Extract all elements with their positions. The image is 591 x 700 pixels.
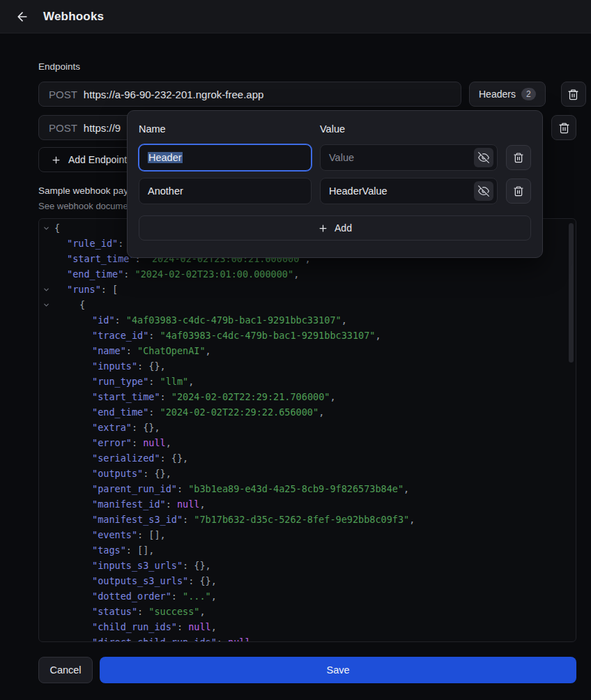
delete-header-button[interactable] <box>506 178 531 204</box>
gutter-spacer <box>40 512 54 527</box>
gutter-spacer <box>40 266 54 282</box>
page-title: Webhooks <box>43 10 104 24</box>
add-header-label: Add <box>335 222 352 234</box>
webhooks-page: Webhooks Endpoints POST https://a-96-90-… <box>0 0 591 700</box>
trash-icon <box>558 122 570 134</box>
delete-header-button[interactable] <box>506 145 531 170</box>
trash-icon <box>513 185 524 197</box>
code-line: "outputs_s3_urls": {}, <box>40 573 576 588</box>
code-line: "end_time": "2024-02-02T22:29:22.656000"… <box>40 404 576 420</box>
arrow-left-icon <box>15 10 29 24</box>
header-value-input[interactable]: HeaderValue <box>320 178 498 204</box>
code-lines: {"rule_id":"start_time": "2024-02-02T23:… <box>40 220 576 642</box>
headers-popup: Name Value Header Value <box>127 110 543 258</box>
trash-icon <box>567 89 579 100</box>
gutter-spacer <box>40 358 54 374</box>
http-method-label: POST <box>49 89 77 100</box>
gutter-spacer <box>40 604 54 619</box>
code-line: "status": "success", <box>40 604 576 619</box>
gutter-spacer <box>40 588 54 604</box>
gutter-spacer <box>40 634 54 642</box>
code-line: "start_time": "2024-02-02T22:29:21.70600… <box>40 389 576 404</box>
add-header-button[interactable]: Add <box>139 215 531 241</box>
header-name-input[interactable]: Another <box>139 178 312 204</box>
gutter-spacer <box>40 466 54 481</box>
cancel-button[interactable]: Cancel <box>38 657 93 683</box>
topbar: Webhooks <box>0 0 591 33</box>
code-line: "parent_run_id": "b3b1ea89-e43d-4a25-8cb… <box>40 481 576 496</box>
code-line: "id": "4af03983-c4dc-479b-bac1-9291bbc33… <box>40 312 576 328</box>
gutter-spacer <box>40 542 54 558</box>
eye-off-icon <box>478 185 489 197</box>
http-method-label: POST <box>49 122 77 134</box>
endpoint-url-text: https://9 <box>84 122 121 134</box>
gutter-spacer <box>40 389 54 404</box>
gutter-spacer <box>40 435 54 450</box>
headers-button-label: Headers <box>479 89 516 100</box>
code-line: "tags": [], <box>40 542 576 558</box>
gutter-spacer <box>40 481 54 496</box>
endpoints-label: Endpoints <box>38 61 576 72</box>
gutter-spacer <box>40 619 54 634</box>
name-column-label: Name <box>139 123 320 135</box>
add-endpoint-label: Add Endpoint <box>68 154 127 165</box>
fold-chevron-icon[interactable] <box>40 282 54 297</box>
payload-code-editor[interactable]: {"rule_id":"start_time": "2024-02-02T23:… <box>38 218 576 642</box>
gutter-spacer <box>40 236 54 251</box>
code-line: "name": "ChatOpenAI", <box>40 343 576 358</box>
gutter-spacer <box>40 496 54 512</box>
gutter-spacer <box>40 312 54 328</box>
header-name-input[interactable]: Header <box>139 144 312 171</box>
add-endpoint-button[interactable]: Add Endpoint <box>38 147 139 172</box>
endpoint-url-input[interactable]: POST https://a-96-90-232-201.ngrok-free.… <box>38 82 461 107</box>
code-line: "end_time": "2024-02-02T23:01:00.000000"… <box>40 266 576 282</box>
code-line: "runs": [ <box>40 282 576 297</box>
fold-chevron-icon[interactable] <box>40 297 54 312</box>
code-line: "child_run_ids": null, <box>40 619 576 634</box>
value-placeholder: Value <box>329 152 354 163</box>
toggle-value-visibility-button[interactable] <box>474 181 493 201</box>
code-line: "outputs": {}, <box>40 466 576 481</box>
header-value-text: HeaderValue <box>329 185 387 197</box>
headers-button[interactable]: Headers 2 <box>469 82 546 107</box>
gutter-spacer <box>40 404 54 420</box>
gutter-spacer <box>40 420 54 435</box>
delete-endpoint-button[interactable] <box>551 115 576 140</box>
gutter-spacer <box>40 573 54 588</box>
headers-count-badge: 2 <box>521 88 536 100</box>
back-button[interactable] <box>13 7 32 26</box>
code-line: "serialized": {}, <box>40 450 576 466</box>
gutter-spacer <box>40 251 54 266</box>
code-line: "inputs_s3_urls": {}, <box>40 558 576 573</box>
header-row: Another HeaderValue <box>139 178 531 204</box>
gutter-spacer <box>40 450 54 466</box>
delete-endpoint-button[interactable] <box>561 82 586 107</box>
code-line: "dotted_order": "...", <box>40 588 576 604</box>
eye-off-icon <box>478 152 489 163</box>
gutter-spacer <box>40 343 54 358</box>
trash-icon <box>513 152 524 163</box>
header-row: Header Value <box>139 144 531 171</box>
header-value-input[interactable]: Value <box>320 144 498 171</box>
code-line: "error": null, <box>40 435 576 450</box>
plus-icon <box>51 155 61 165</box>
code-line: "events": [], <box>40 527 576 542</box>
gutter-spacer <box>40 374 54 389</box>
endpoint-url-text: https://a-96-90-232-201.ngrok-free.app <box>84 89 264 100</box>
code-line: { <box>40 297 576 312</box>
scrollbar-thumb[interactable] <box>569 223 574 363</box>
value-column-label: Value <box>320 123 345 135</box>
code-line: "manifest_s3_id": "7b17b632-d35c-5262-8f… <box>40 512 576 527</box>
code-line: "direct_child_run_ids": null, <box>40 634 576 642</box>
endpoint-row: POST https://a-96-90-232-201.ngrok-free.… <box>38 82 576 107</box>
selected-text: Header <box>148 152 183 163</box>
toggle-value-visibility-button[interactable] <box>474 148 493 167</box>
code-line: "manifest_id": null, <box>40 496 576 512</box>
gutter-spacer <box>40 527 54 542</box>
save-button[interactable]: Save <box>100 657 576 683</box>
code-line: "extra": {}, <box>40 420 576 435</box>
fold-chevron-icon[interactable] <box>40 220 54 236</box>
footer: Cancel Save <box>38 657 576 683</box>
code-line: "trace_id": "4af03983-c4dc-479b-bac1-929… <box>40 328 576 343</box>
plus-icon <box>318 223 328 234</box>
